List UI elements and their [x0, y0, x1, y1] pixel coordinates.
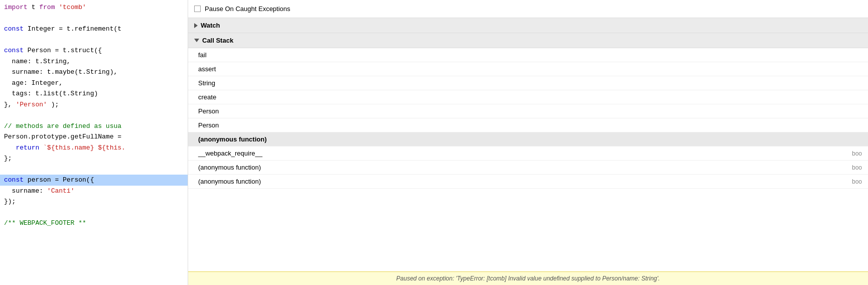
code-text: age: Integer,: [4, 79, 63, 87]
code-text: };: [4, 155, 12, 162]
code-line: });: [0, 196, 188, 207]
code-editor: import t from 'tcomb' const Integer = t.…: [0, 0, 188, 285]
code-text: );: [51, 101, 59, 108]
keyword: const: [4, 25, 24, 33]
string-literal: 'tcomb': [59, 4, 86, 11]
code-text: Integer = t.refinement(t: [28, 25, 121, 33]
stack-item-name: assert: [198, 65, 216, 73]
code-line: /** WEBPACK_FOOTER **: [0, 218, 188, 229]
debug-panel: Pause On Caught Exceptions Watch Call St…: [188, 0, 868, 285]
watch-label: Watch: [201, 22, 220, 29]
code-text: surname:: [4, 187, 47, 195]
stack-item-file: boo: [852, 150, 862, 157]
code-line: age: Integer,: [0, 78, 188, 89]
string-literal: 'Canti': [47, 187, 75, 195]
exception-message: Paused on exception: 'TypeError: [tcomb]…: [396, 275, 660, 282]
code-line: import t from 'tcomb': [0, 2, 188, 13]
stack-item-name: create: [198, 93, 216, 101]
comment: // methods are defined as usua: [4, 122, 121, 130]
code-line: return `${this.name} ${this.: [0, 143, 188, 154]
stack-item[interactable]: __webpack_require__ boo: [188, 147, 868, 161]
code-line: const Person = t.struct({: [0, 45, 188, 56]
stack-item-name: String: [198, 79, 215, 87]
code-text: },: [4, 101, 16, 108]
code-text: name: t.String,: [4, 58, 71, 65]
stack-item[interactable]: assert: [188, 62, 868, 76]
stack-item-name: (anonymous function): [198, 178, 261, 185]
string-literal: 'Person': [16, 101, 47, 108]
code-line: }, 'Person' );: [0, 99, 188, 110]
template-literal: `${this.name} ${this.: [43, 144, 125, 152]
watch-section-header[interactable]: Watch: [188, 18, 868, 33]
code-line: };: [0, 153, 188, 164]
pause-checkbox[interactable]: [194, 6, 201, 12]
exception-bar: Paused on exception: 'TypeError: [tcomb]…: [188, 271, 868, 285]
code-line: Person.prototype.getFullName =: [0, 131, 188, 143]
code-line: surname: t.maybe(t.String),: [0, 67, 188, 78]
stack-item-name: (anonymous function): [198, 164, 261, 171]
keyword: const: [4, 47, 24, 54]
callstack-section-header[interactable]: Call Stack: [188, 33, 868, 48]
keyword: const: [4, 176, 24, 184]
code-text: person = Person({: [28, 176, 94, 184]
stack-item-file: boo: [852, 178, 862, 185]
code-line: [0, 164, 188, 175]
keyword: from: [39, 4, 55, 11]
keyword: return: [16, 144, 39, 152]
code-text: [4, 144, 12, 152]
code-line: name: t.String,: [0, 56, 188, 67]
stack-item[interactable]: String: [188, 76, 868, 90]
stack-item-name: Person: [198, 121, 219, 129]
pause-bar: Pause On Caught Exceptions: [188, 0, 868, 18]
stack-item[interactable]: Person: [188, 118, 868, 132]
stack-item-name: (anonymous function): [198, 135, 267, 143]
code-text: Person.prototype.getFullName =: [4, 133, 121, 140]
keyword: import: [4, 4, 28, 11]
code-line: // methods are defined as usua: [0, 121, 188, 132]
callstack-collapse-icon: [194, 39, 199, 42]
code-line: [0, 35, 188, 46]
watch-expand-icon: [194, 23, 198, 28]
stack-item-name: __webpack_require__: [198, 150, 262, 157]
comment: /** WEBPACK_FOOTER **: [4, 219, 86, 227]
code-text: tags: t.list(t.String): [4, 90, 98, 97]
code-line-highlighted: const person = Person({: [0, 175, 188, 186]
stack-item[interactable]: (anonymous function) boo: [188, 161, 868, 175]
code-text: t: [32, 4, 40, 11]
code-text: });: [4, 198, 16, 205]
stack-item-name: fail: [198, 51, 207, 59]
pause-label: Pause On Caught Exceptions: [205, 5, 291, 13]
code-text: Person = t.struct({: [28, 47, 102, 54]
stack-item[interactable]: (anonymous function) boo: [188, 175, 868, 189]
code-line: [0, 13, 188, 24]
stack-item-active[interactable]: (anonymous function): [188, 132, 868, 147]
stack-item[interactable]: create: [188, 90, 868, 104]
stack-item[interactable]: fail: [188, 48, 868, 62]
call-stack-list: fail assert String create Person Person …: [188, 48, 868, 271]
code-line: const Integer = t.refinement(t: [0, 24, 188, 35]
code-line: [0, 207, 188, 218]
stack-item[interactable]: Person: [188, 104, 868, 118]
code-panel: import t from 'tcomb' const Integer = t.…: [0, 0, 188, 285]
stack-item-name: Person: [198, 107, 219, 115]
code-line: [0, 110, 188, 121]
code-line: tags: t.list(t.String): [0, 88, 188, 99]
stack-item-file: boo: [852, 164, 862, 171]
code-line: surname: 'Canti': [0, 186, 188, 197]
code-text: surname: t.maybe(t.String),: [4, 68, 117, 76]
callstack-label: Call Stack: [202, 37, 233, 44]
